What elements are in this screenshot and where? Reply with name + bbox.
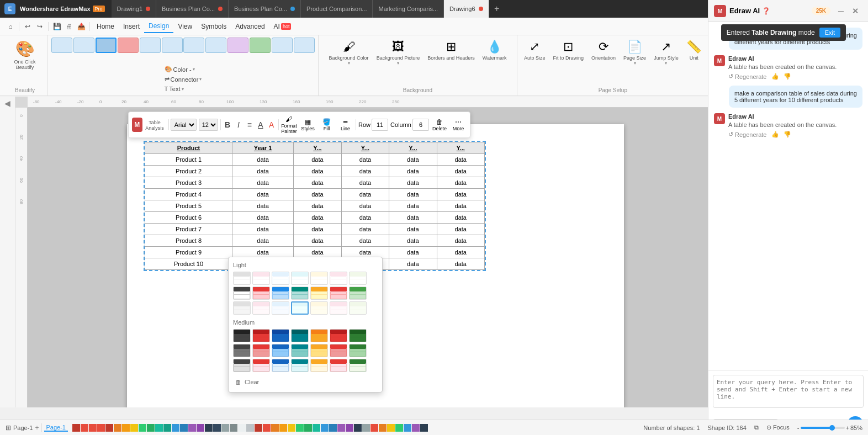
style-item-l1[interactable] [233, 272, 251, 285]
table-cell[interactable]: data [389, 258, 437, 270]
table-cell[interactable]: Product 8 [145, 235, 232, 247]
exit-mode-button[interactable]: Exit [819, 28, 840, 38]
table-cell[interactable]: data [294, 224, 341, 235]
table-cell[interactable]: data [341, 224, 389, 235]
table-cell[interactable]: data [341, 200, 389, 212]
style-item-l4[interactable] [291, 272, 309, 285]
color-swatch-38[interactable] [387, 424, 395, 432]
color-swatch-0[interactable] [72, 424, 80, 432]
color-swatch-28[interactable] [304, 424, 312, 432]
style-item-m20[interactable] [330, 359, 347, 372]
table-cell[interactable]: data [232, 235, 293, 247]
color-swatch-41[interactable] [412, 424, 420, 432]
color-swatch-29[interactable] [313, 424, 320, 432]
table-row[interactable]: Product 4datadatadatadatadata [145, 189, 485, 200]
font-size-select[interactable]: 12 [199, 119, 218, 131]
color-swatch-34[interactable] [354, 424, 362, 432]
table-cell[interactable]: data [294, 189, 341, 200]
color-swatch-16[interactable] [205, 424, 213, 432]
color-swatch-7[interactable] [130, 424, 138, 432]
menu-view[interactable]: View [173, 20, 197, 33]
table-analysis-btn[interactable]: M Table Analysis [132, 118, 166, 132]
ai-help-icon[interactable]: ❓ [762, 7, 770, 15]
table-cell[interactable]: Product 9 [145, 247, 232, 258]
style-item-l15[interactable] [233, 301, 251, 315]
color-swatch-35[interactable] [362, 424, 370, 432]
format-painter-button[interactable]: 🖌 FormatPainter [280, 114, 297, 135]
regenerate-button-1[interactable]: ↺ Regenerate [728, 73, 767, 80]
style-item-m6[interactable] [330, 329, 347, 342]
watermark-button[interactable]: 💧 Watermark [479, 38, 510, 63]
style-btn-9[interactable] [227, 38, 248, 53]
table-cell[interactable]: data [341, 154, 389, 166]
menu-symbols[interactable]: Symbols [197, 20, 231, 33]
color-swatch-37[interactable] [379, 424, 387, 432]
tab-product-comparison[interactable]: Product Comparison... [301, 0, 373, 18]
color-swatch-8[interactable] [139, 424, 146, 432]
delete-button[interactable]: 🗑 Delete [431, 117, 448, 132]
table-cell[interactable]: data [389, 224, 437, 235]
style-item-m7[interactable] [349, 329, 367, 342]
color-swatch-20[interactable] [238, 424, 246, 432]
thumbdown-button-2[interactable]: 👎 [784, 131, 791, 138]
color-swatch-40[interactable] [404, 424, 411, 432]
color-swatch-6[interactable] [122, 424, 130, 432]
table-row[interactable]: Product 5datadatadatadatadata [145, 200, 485, 212]
active-page-tab[interactable]: Page-1 [44, 424, 68, 432]
color-swatch-19[interactable] [230, 424, 237, 432]
table-cell[interactable]: Product 3 [145, 177, 232, 189]
unit-button[interactable]: 📏 Unit [683, 38, 705, 63]
table-row[interactable]: Product 2datadatadatadatadata [145, 166, 485, 177]
table-cell[interactable]: data [437, 177, 484, 189]
style-item-m4[interactable] [291, 329, 309, 342]
table-cell[interactable]: data [389, 154, 437, 166]
style-item-l20[interactable] [330, 301, 347, 315]
table-cell[interactable]: data [437, 189, 484, 200]
align-button[interactable]: ≡ [245, 118, 254, 131]
undo-button[interactable]: ↩ [22, 20, 34, 33]
tab-drawing1[interactable]: Drawing1 [112, 0, 156, 18]
focus-button[interactable]: ⊙ Focus [766, 424, 790, 431]
page-1-label[interactable]: Page-1 [13, 425, 33, 431]
table-cell[interactable]: data [294, 166, 341, 177]
table-cell[interactable]: data [437, 247, 484, 258]
menu-design[interactable]: Design [144, 20, 173, 33]
table-cell[interactable]: data [232, 166, 293, 177]
thumbdown-button-1[interactable]: 👎 [784, 73, 791, 80]
style-item-m3[interactable] [272, 329, 289, 342]
style-item-l13[interactable] [330, 287, 347, 300]
style-btn-4[interactable] [118, 38, 139, 53]
style-item-l7[interactable] [349, 272, 367, 285]
style-item-m21[interactable] [349, 359, 367, 372]
table-cell[interactable]: data [437, 166, 484, 177]
style-item-m18[interactable] [291, 359, 309, 372]
zoom-out-button[interactable]: - [797, 425, 800, 431]
color-swatch-4[interactable] [105, 424, 113, 432]
table-cell[interactable]: data [232, 212, 293, 224]
add-page-button[interactable]: + [35, 424, 39, 432]
style-item-l11[interactable] [291, 287, 309, 300]
table-row[interactable]: Product 7datadatadatadatadata [145, 224, 485, 235]
table-cell[interactable]: data [437, 154, 484, 166]
table-cell[interactable]: data [294, 212, 341, 224]
color-swatch-10[interactable] [155, 424, 163, 432]
table-cell[interactable]: Product 2 [145, 166, 232, 177]
color-swatch-3[interactable] [97, 424, 105, 432]
tab-drawing6[interactable]: Drawing6 [444, 0, 489, 18]
color-swatch-18[interactable] [221, 424, 229, 432]
table-cell[interactable]: data [389, 200, 437, 212]
home-button[interactable]: ⌂ [4, 20, 17, 33]
add-tab-button[interactable]: + [489, 0, 505, 18]
color-swatch-22[interactable] [255, 424, 262, 432]
style-item-m8[interactable] [233, 344, 251, 357]
jump-style-button[interactable]: ↗ Jump Style ▾ [650, 38, 682, 68]
table-cell[interactable]: data [232, 154, 293, 166]
color-swatch-33[interactable] [346, 424, 353, 432]
style-item-m16[interactable] [252, 359, 270, 372]
row-input[interactable] [372, 119, 388, 131]
connector-dropdown[interactable]: ⇌ Connector ▾ [162, 75, 204, 84]
style-item-l10[interactable] [272, 287, 289, 300]
style-btn-10[interactable] [250, 38, 271, 53]
table-cell[interactable]: data [341, 212, 389, 224]
style-item-l8[interactable] [233, 287, 251, 300]
